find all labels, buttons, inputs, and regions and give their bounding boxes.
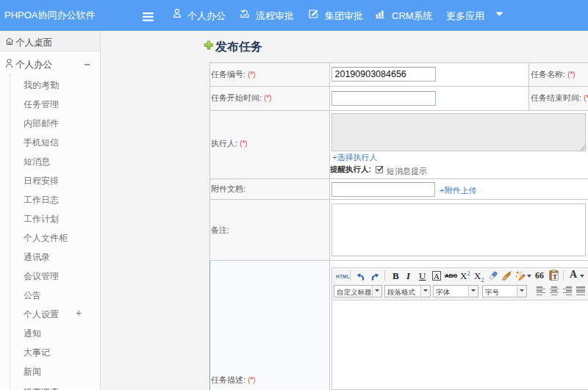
svg-text:T: T (553, 273, 557, 281)
